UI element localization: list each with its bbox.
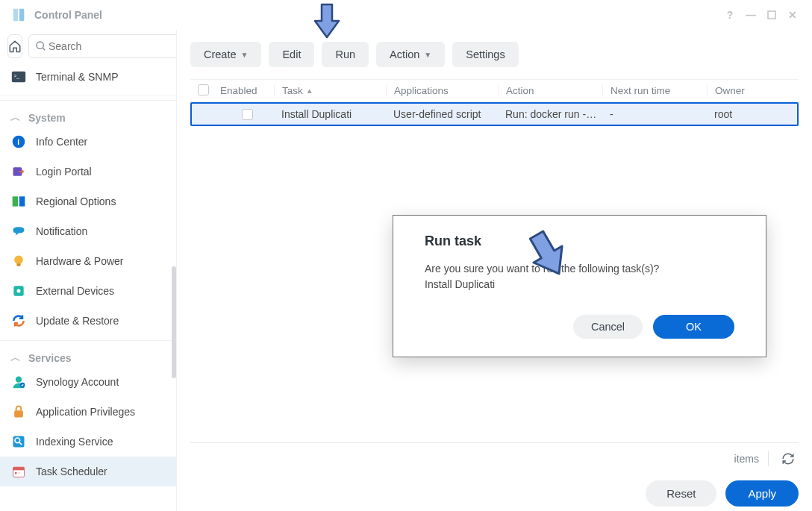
sidebar-item-task-scheduler[interactable]: Task Scheduler (0, 457, 176, 486)
table-row[interactable]: Install Duplicati User-defined script Ru… (190, 102, 799, 126)
svg-rect-25 (18, 472, 20, 474)
help-icon[interactable]: ? (719, 4, 740, 25)
sidebar-item-label: Hardware & Power (36, 255, 124, 267)
search-icon (35, 40, 47, 52)
search-input[interactable] (28, 34, 176, 58)
column-header-task[interactable]: Task▲ (274, 85, 386, 96)
row-enabled-checkbox[interactable] (242, 109, 253, 120)
home-button[interactable] (7, 34, 22, 58)
chevron-up-icon: ︿ (10, 351, 21, 365)
svg-rect-24 (15, 472, 17, 474)
toolbar: Create▼ Edit Run Action▼ Settings (190, 30, 799, 79)
svg-point-15 (17, 289, 21, 293)
sidebar-item-label: Synology Account (36, 376, 119, 388)
section-label: System (28, 112, 66, 124)
lock-icon (10, 404, 27, 420)
sidebar-item-label: Login Portal (36, 166, 92, 178)
dialog-cancel-button[interactable]: Cancel (573, 315, 643, 339)
account-icon (10, 374, 27, 390)
sidebar-item-notification[interactable]: Notification (0, 216, 176, 246)
close-icon[interactable]: ✕ (782, 4, 803, 25)
sidebar-item-info-center[interactable]: i Info Center (0, 127, 176, 157)
dialog-message: Are you sure you want to run the followi… (425, 261, 734, 292)
maximize-icon[interactable] (761, 4, 782, 25)
sidebar-item-label: External Devices (36, 285, 114, 297)
svg-rect-0 (13, 9, 18, 22)
svg-rect-23 (13, 467, 25, 470)
sidebar-item-label: Indexing Service (36, 436, 113, 448)
notification-icon (10, 223, 27, 239)
sidebar-item-regional-options[interactable]: Regional Options (0, 186, 176, 216)
sidebar-item-label: Regional Options (36, 195, 116, 207)
action-button[interactable]: Action▼ (376, 42, 445, 67)
dialog-ok-button[interactable]: OK (653, 315, 734, 339)
apply-button[interactable]: Apply (725, 480, 799, 507)
app-icon (9, 5, 28, 25)
svg-text:i: i (17, 138, 19, 146)
column-header-applications[interactable]: Applications (386, 85, 498, 96)
info-icon: i (10, 134, 27, 150)
caret-down-icon: ▼ (424, 51, 431, 59)
window-title: Control Panel (34, 9, 102, 21)
sort-asc-icon: ▲ (306, 87, 313, 95)
column-header-next-run[interactable]: Next run time (602, 85, 707, 96)
svg-rect-18 (14, 410, 23, 417)
column-header-action[interactable]: Action (498, 85, 602, 96)
select-all-checkbox[interactable] (198, 84, 209, 95)
sidebar-item-label: Update & Restore (36, 315, 119, 327)
sidebar-item-label: Notification (36, 225, 87, 237)
window-titlebar: Control Panel ? — ✕ (0, 0, 812, 30)
caret-down-icon: ▼ (241, 51, 249, 59)
task-table: Enabled Task▲ Applications Action Next r… (190, 79, 799, 126)
regional-icon (10, 193, 27, 210)
sidebar-item-application-privileges[interactable]: Application Privileges (0, 397, 176, 427)
svg-point-16 (16, 377, 22, 383)
svg-rect-13 (17, 263, 21, 266)
section-header-system[interactable]: ︿ System (0, 100, 176, 127)
table-header-row: Enabled Task▲ Applications Action Next r… (190, 80, 799, 102)
sidebar-item-label: Task Scheduler (36, 465, 107, 477)
bulb-icon (10, 253, 27, 269)
reset-button[interactable]: Reset (646, 480, 716, 507)
section-header-services[interactable]: ︿ Services (0, 340, 176, 367)
svg-rect-10 (13, 196, 19, 206)
sidebar-item-synology-account[interactable]: Synology Account (0, 367, 176, 397)
sidebar-item-indexing-service[interactable]: Indexing Service (0, 427, 176, 457)
run-task-dialog: Run task Are you sure you want to run th… (393, 215, 766, 357)
svg-point-12 (14, 256, 23, 265)
sidebar-item-label: Info Center (36, 136, 87, 148)
edit-button[interactable]: Edit (269, 42, 314, 67)
section-label: Services (28, 352, 72, 364)
sidebar-item-label: Terminal & SNMP (36, 71, 118, 83)
items-label: items (734, 453, 759, 465)
refresh-button[interactable] (778, 448, 799, 469)
login-portal-icon (10, 163, 27, 180)
dialog-title: Run task (425, 233, 734, 249)
chevron-up-icon: ︿ (10, 111, 21, 125)
column-header-enabled[interactable]: Enabled (220, 85, 274, 96)
main-content: Create▼ Edit Run Action▼ Settings Enable… (177, 30, 812, 511)
create-button[interactable]: Create▼ (190, 42, 261, 67)
column-header-owner[interactable]: Owner (707, 85, 799, 96)
svg-rect-11 (19, 196, 25, 206)
cell-owner: root (707, 108, 797, 120)
terminal-icon: >_ (10, 69, 27, 85)
calendar-icon (10, 463, 27, 480)
update-restore-icon (10, 313, 27, 329)
cell-task: Install Duplicati (274, 108, 386, 120)
cell-applications: User-defined script (386, 108, 498, 120)
sidebar-item-hardware-power[interactable]: Hardware & Power (0, 246, 176, 276)
sidebar-item-login-portal[interactable]: Login Portal (0, 157, 176, 186)
svg-text:>_: >_ (14, 72, 20, 78)
scrollbar-thumb[interactable] (172, 266, 176, 378)
sidebar-item-external-devices[interactable]: External Devices (0, 276, 176, 306)
run-button[interactable]: Run (322, 42, 369, 67)
sidebar: >_ Terminal & SNMP ︿ System i Info Cente… (0, 30, 177, 511)
external-devices-icon (10, 283, 27, 299)
sidebar-item-update-restore[interactable]: Update & Restore (0, 306, 176, 336)
minimize-icon[interactable]: — (740, 4, 761, 25)
svg-line-4 (43, 48, 45, 50)
settings-button[interactable]: Settings (452, 42, 518, 67)
status-bar: items (190, 442, 799, 474)
sidebar-item-terminal-snmp[interactable]: >_ Terminal & SNMP (0, 63, 176, 95)
